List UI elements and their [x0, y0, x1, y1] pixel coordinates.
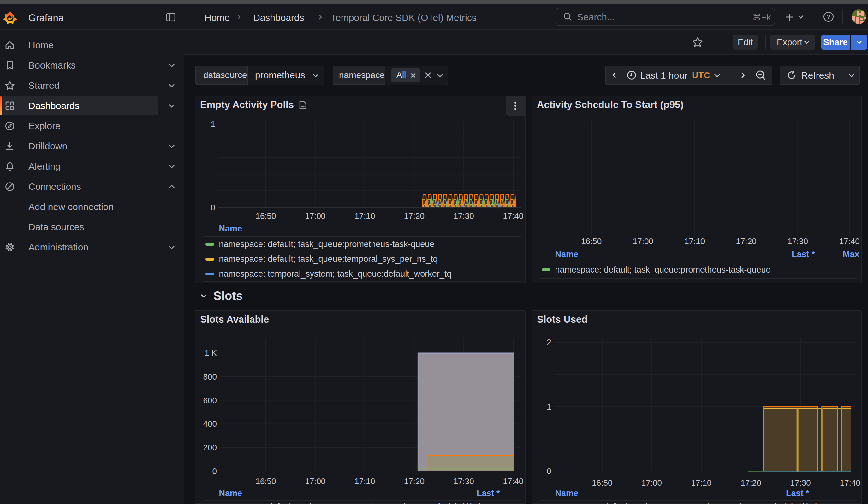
svg-text:1 K: 1 K: [205, 348, 217, 358]
svg-text:17:40: 17:40: [503, 476, 523, 486]
svg-text:?: ?: [827, 13, 830, 20]
svg-text:17:40: 17:40: [503, 211, 523, 221]
svg-text:0: 0: [213, 466, 217, 476]
svg-text:17:40: 17:40: [839, 237, 859, 246]
svg-text:800: 800: [203, 372, 217, 381]
svg-text:17:00: 17:00: [641, 478, 662, 487]
svg-text:17:10: 17:10: [684, 237, 705, 246]
svg-text:17:00: 17:00: [305, 211, 326, 221]
svg-text:16:50: 16:50: [581, 237, 602, 246]
svg-text:17:10: 17:10: [691, 478, 711, 487]
svg-text:17:10: 17:10: [354, 211, 375, 221]
svg-text:17:30: 17:30: [790, 478, 810, 487]
svg-text:1: 1: [547, 402, 551, 411]
svg-text:17:20: 17:20: [404, 476, 425, 486]
svg-text:16:50: 16:50: [255, 476, 276, 486]
svg-text:17:20: 17:20: [736, 237, 756, 246]
svg-text:0: 0: [211, 203, 215, 212]
svg-text:17:20: 17:20: [404, 211, 425, 221]
svg-text:600: 600: [203, 396, 217, 405]
svg-text:17:00: 17:00: [632, 237, 653, 246]
svg-text:1: 1: [211, 119, 215, 129]
svg-text:400: 400: [203, 419, 217, 429]
svg-text:17:30: 17:30: [787, 237, 808, 246]
svg-text:17:30: 17:30: [454, 476, 474, 486]
svg-text:0: 0: [547, 466, 551, 476]
svg-text:17:20: 17:20: [741, 478, 761, 487]
svg-text:16:50: 16:50: [255, 211, 276, 221]
svg-text:17:00: 17:00: [305, 476, 326, 486]
svg-text:16:50: 16:50: [592, 478, 612, 487]
svg-text:17:30: 17:30: [454, 211, 474, 221]
svg-text:2: 2: [547, 338, 551, 347]
svg-text:200: 200: [203, 443, 217, 452]
svg-text:17:10: 17:10: [354, 476, 375, 486]
svg-text:17:40: 17:40: [840, 478, 860, 487]
